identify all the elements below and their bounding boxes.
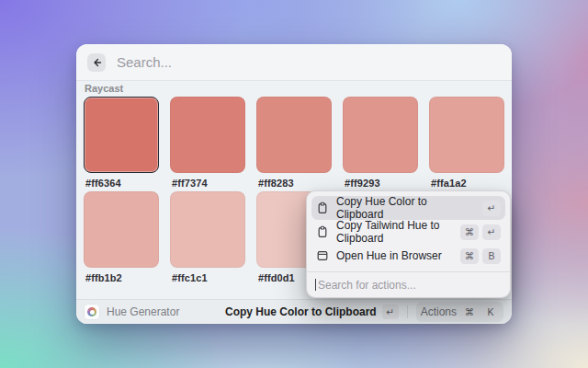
enter-key-badge: ↵: [482, 224, 501, 240]
menu-item-shortcut: ↵: [482, 201, 501, 216]
color-swatch[interactable]: #ff7374: [170, 97, 245, 189]
hue-ring-icon: [87, 307, 96, 316]
search-bar: Search...: [76, 44, 512, 81]
swatch-tile-selected[interactable]: [84, 97, 159, 173]
swatch-tile[interactable]: [429, 97, 504, 173]
desktop-background: Search... Raycast #ff6364 #ff7374 #ff828…: [0, 0, 588, 368]
swatch-hex-label: #ff7374: [172, 178, 245, 189]
color-swatch[interactable]: #ffa1a2: [429, 97, 504, 189]
clipboard-icon: [316, 201, 329, 214]
clipboard-icon: [316, 225, 329, 238]
k-key-badge: K: [482, 305, 499, 319]
menu-item-shortcut: ⌘ ↵: [460, 224, 501, 240]
swatch-hex-label: #ff6364: [85, 178, 159, 189]
section-label-raycast: Raycast: [85, 83, 123, 94]
hue-generator-icon: [85, 305, 99, 319]
color-swatch[interactable]: #ffb1b2: [84, 191, 159, 283]
color-swatch[interactable]: #ffc1c1: [170, 191, 245, 283]
menu-item-copy-tailwind-hue[interactable]: Copy Tailwind Hue to Clipboard ⌘ ↵: [311, 220, 505, 244]
color-swatch[interactable]: #ff6364: [84, 97, 159, 189]
status-bar: Hue Generator Copy Hue Color to Clipboar…: [76, 299, 512, 324]
swatch-tile[interactable]: [256, 97, 332, 173]
swatch-tile[interactable]: [170, 191, 245, 268]
enter-key-badge: ↵: [482, 201, 501, 216]
cmd-key-badge: ⌘: [460, 224, 479, 240]
cmd-key-badge: ⌘: [461, 305, 478, 319]
swatch-hex-label: #ffc1c1: [172, 272, 245, 283]
swatch-hex-label: #ff9293: [345, 178, 418, 189]
app-name: Hue Generator: [107, 305, 179, 318]
status-bar-right: Copy Hue Color to Clipboard ↵ Actions ⌘ …: [225, 302, 503, 322]
color-swatch[interactable]: #ff9293: [343, 97, 418, 189]
cmd-key-badge: ⌘: [460, 248, 479, 264]
b-key-badge: B: [482, 248, 501, 264]
enter-key-badge: ↵: [382, 305, 399, 319]
color-swatch[interactable]: #ff8283: [256, 97, 332, 189]
menu-item-copy-hue-color[interactable]: Copy Hue Color to Clipboard ↵: [311, 196, 505, 220]
actions-search-input[interactable]: Search for actions...: [318, 279, 416, 292]
status-bar-divider: [407, 305, 408, 318]
actions-search-row: Search for actions...: [311, 272, 505, 297]
browser-window-icon: [316, 249, 329, 262]
actions-label: Actions: [421, 305, 457, 318]
primary-action-label[interactable]: Copy Hue Color to Clipboard: [225, 305, 377, 318]
swatch-tile[interactable]: [84, 191, 159, 268]
swatch-hex-label: #ff8283: [258, 178, 332, 189]
menu-item-shortcut: ⌘ B: [460, 248, 501, 264]
swatch-hex-label: #ffb1b2: [85, 272, 159, 283]
menu-item-label: Copy Tailwind Hue to Clipboard: [336, 219, 453, 245]
menu-item-label: Open Hue in Browser: [336, 249, 442, 262]
back-button[interactable]: [87, 53, 106, 72]
menu-item-label: Copy Hue Color to Clipboard: [336, 195, 475, 221]
actions-menu: Copy Hue Color to Clipboard ↵ Copy Tailw…: [306, 190, 511, 298]
back-arrow-icon: [91, 57, 102, 68]
search-input[interactable]: Search...: [117, 54, 172, 70]
menu-item-open-hue-in-browser[interactable]: Open Hue in Browser ⌘ B: [311, 244, 505, 268]
swatch-tile[interactable]: [343, 97, 418, 173]
text-caret: [315, 279, 316, 291]
actions-button[interactable]: Actions ⌘ K: [416, 302, 503, 322]
swatch-hex-label: #ffa1a2: [431, 178, 504, 189]
swatch-tile[interactable]: [170, 97, 245, 173]
